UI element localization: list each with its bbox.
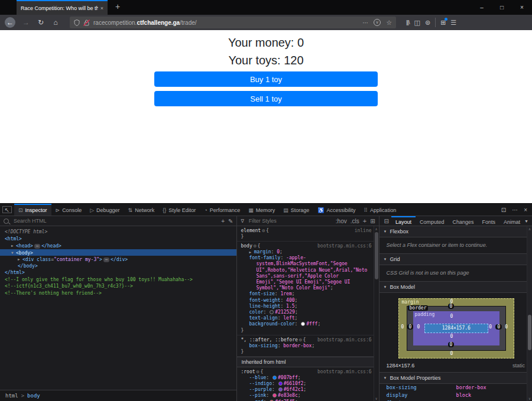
box-model-content[interactable]: 1284×157.6	[424, 324, 488, 333]
padding-top-value[interactable]: 0	[450, 314, 453, 319]
css-declaration[interactable]: font-size: 1rem;	[241, 291, 373, 297]
devtools-tab-memory[interactable]: ▦Memory	[244, 204, 279, 216]
whats-new-gift-icon[interactable]: ⊞	[440, 19, 446, 27]
reload-button[interactable]: ↻	[34, 17, 47, 28]
twisty-icon[interactable]: ▼	[384, 230, 387, 233]
sidebar-tab-fonts[interactable]: Fonts	[478, 216, 500, 226]
devtools-tab-accessibility[interactable]: ♿Accessibility	[313, 204, 359, 216]
sidebar-tab-layout[interactable]: Layout	[391, 216, 416, 226]
twisty-icon[interactable]: ▼	[384, 376, 387, 380]
tracking-protection-shield-icon[interactable]	[74, 19, 80, 26]
gear-icon[interactable]: ⚙	[254, 243, 257, 249]
markup-line-selected[interactable]: ▼<body>	[0, 249, 236, 256]
rule-selector[interactable]: *, ::after, ::before	[241, 337, 297, 343]
url-bar[interactable]: racecompetition.ctfchallenge.ga/trade/ ⋯…	[70, 17, 396, 28]
new-tab-button[interactable]: +	[112, 2, 123, 11]
scrollbar-thumb[interactable]	[528, 315, 531, 350]
page-actions-icon[interactable]: ⋯	[362, 19, 368, 26]
twisty-icon[interactable]: ▼	[384, 285, 387, 289]
markup-line[interactable]: ▶<div class="container my-3">⋯</div>	[0, 256, 236, 263]
scroll-up-icon[interactable]: ∧	[527, 227, 532, 231]
breadcrumb-item-html[interactable]: html	[5, 393, 18, 399]
scroll-down-icon[interactable]: ∨	[527, 396, 532, 400]
border-right-value[interactable]: 0	[495, 324, 502, 330]
gear-icon[interactable]: ⚙	[262, 228, 265, 233]
devtools-tab-inspector[interactable]: ⊡Inspector	[14, 204, 51, 216]
css-declaration[interactable]: --red: #dc3545;	[241, 399, 373, 401]
buy-toy-button[interactable]: Buy 1 toy	[154, 71, 378, 87]
devtools-tab-application[interactable]: ⠿Application	[360, 204, 401, 216]
css-declaration[interactable]: --blue: #007bff;	[241, 375, 373, 381]
expander-icon[interactable]: ▶	[11, 242, 16, 249]
search-html-input[interactable]	[12, 217, 218, 224]
border-top-value[interactable]: 0	[448, 304, 455, 309]
devtools-tab-storage[interactable]: ▤Storage	[279, 204, 313, 216]
sidebar-toggle-icon[interactable]: ◫	[414, 19, 420, 27]
color-swatch[interactable]	[273, 393, 277, 397]
rule-selector[interactable]: element	[241, 228, 261, 233]
markup-line[interactable]: <!--I only give the flag for those who b…	[0, 276, 236, 283]
bookmark-star-icon[interactable]: ☆	[386, 19, 392, 27]
gear-icon[interactable]: ⚙	[257, 369, 259, 374]
inline-expander-icon[interactable]: ⋯	[34, 244, 40, 249]
tab-close-icon[interactable]: ×	[100, 5, 103, 11]
devtools-tab-style-editor[interactable]: {}Style Editor	[158, 204, 200, 216]
responsive-design-icon[interactable]: ⊡	[501, 207, 506, 213]
box-model-properties-header[interactable]: ▼ Box Model Properties	[379, 373, 532, 384]
rule-source-link[interactable]: bootstrap.min.css:6	[317, 243, 372, 249]
add-node-icon[interactable]: +	[221, 218, 225, 224]
css-declaration[interactable]: line-height: 1.5;	[241, 304, 373, 309]
window-maximize-button[interactable]: □	[492, 0, 512, 15]
devtools-tab-performance[interactable]: ◔Performance	[200, 204, 244, 216]
devtools-menu-icon[interactable]: ⋯	[512, 207, 518, 213]
padding-right-value[interactable]: 0	[489, 324, 492, 330]
rule-selector[interactable]: :root	[241, 369, 255, 374]
color-swatch[interactable]	[270, 310, 274, 314]
color-swatch[interactable]	[278, 387, 283, 392]
color-swatch[interactable]	[273, 376, 277, 380]
rule-source-link[interactable]: bootstrap.min.css:6	[317, 369, 372, 375]
twisty-icon[interactable]: ▼	[384, 257, 387, 261]
box-model-property-row[interactable]: displayblock	[379, 392, 532, 399]
markup-line[interactable]: <html>	[0, 236, 236, 243]
back-button[interactable]: ←	[5, 17, 15, 28]
pseudo-class-button[interactable]: :hov	[336, 218, 347, 224]
pick-element-icon[interactable]: ↖	[0, 204, 14, 216]
sidebar-tab-animat[interactable]: Animat	[499, 216, 524, 226]
css-declaration[interactable]: text-align: left;	[241, 315, 373, 321]
window-close-button[interactable]: ×	[512, 0, 532, 15]
forward-button[interactable]: →	[20, 17, 33, 28]
css-declaration[interactable]: color: #212529;	[241, 309, 373, 315]
sidebar-scrollbar[interactable]: ∧ ∨	[527, 226, 532, 401]
devtools-tab-debugger[interactable]: ▷Debugger	[86, 204, 124, 216]
scroll-up-icon[interactable]: ∧	[374, 227, 379, 231]
margin-left-value[interactable]: 0	[401, 324, 404, 330]
css-declaration[interactable]: --pink: #e83e8c;	[241, 393, 373, 399]
box-model-diagram[interactable]: 1284×157.6 margin border padding 0 0 0 0…	[385, 298, 526, 358]
margin-right-value[interactable]: 0	[505, 324, 508, 330]
more-tabs-caret-icon[interactable]: ▼	[524, 219, 530, 223]
class-toggle-button[interactable]: .cls	[351, 218, 359, 224]
markup-line[interactable]: </body>	[0, 263, 236, 270]
box-model-property-row[interactable]: box-sizingborder-box	[379, 384, 532, 392]
account-icon[interactable]: ⊚	[425, 19, 430, 27]
padding-left-value[interactable]: 0	[417, 324, 420, 330]
inline-expander-icon[interactable]: ⋯	[103, 257, 109, 262]
markup-line[interactable]: </html>	[0, 269, 236, 276]
devtools-tab-console[interactable]: ⊳Console	[51, 204, 86, 216]
filter-styles-input[interactable]	[248, 217, 332, 224]
css-declaration[interactable]: --purple: #6f42c1;	[241, 387, 373, 393]
scroll-down-icon[interactable]: ∨	[374, 396, 379, 400]
box-model-section-header[interactable]: ▼ Box Model	[379, 282, 532, 293]
pocket-icon[interactable]: ∨	[374, 19, 381, 26]
rule-selector[interactable]: body	[241, 243, 252, 249]
sidebar-tab-changes[interactable]: Changes	[449, 216, 478, 226]
sidebar-tab-computed[interactable]: Computed	[416, 216, 449, 226]
insecure-lock-icon[interactable]	[83, 19, 90, 26]
expander-icon[interactable]: ▶	[18, 256, 22, 263]
window-minimize-button[interactable]: –	[472, 0, 492, 15]
home-button[interactable]: ⌂	[49, 17, 62, 28]
menu-icon[interactable]: ☰	[450, 19, 456, 27]
css-declaration[interactable]: font-weight: 400;	[241, 298, 373, 304]
css-declaration[interactable]: --indigo: #6610f2;	[241, 381, 373, 387]
